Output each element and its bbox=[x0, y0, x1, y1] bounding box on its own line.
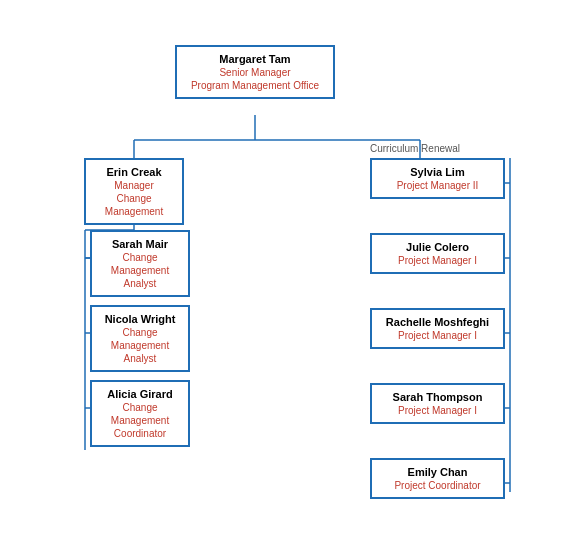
root-title2: Program Management Office bbox=[183, 79, 327, 92]
julie-title: Project Manager I bbox=[378, 254, 497, 267]
erin-creak-box: Erin Creak Manager Change Management bbox=[84, 158, 184, 225]
curriculum-label: Curriculum Renewal bbox=[370, 143, 460, 154]
root-box: Margaret Tam Senior Manager Program Mana… bbox=[175, 45, 335, 99]
emily-name: Emily Chan bbox=[378, 465, 497, 479]
erin-name: Erin Creak bbox=[92, 165, 176, 179]
alicia-girard-box: Alicia Girard Change Management Coordina… bbox=[90, 380, 190, 447]
sarah-mair-title2: Analyst bbox=[98, 277, 182, 290]
rachelle-box: Rachelle Moshfeghi Project Manager I bbox=[370, 308, 505, 349]
root-name: Margaret Tam bbox=[183, 52, 327, 66]
sarah-thompson-box: Sarah Thompson Project Manager I bbox=[370, 383, 505, 424]
sylvia-name: Sylvia Lim bbox=[378, 165, 497, 179]
nicola-wright-box: Nicola Wright Change Management Analyst bbox=[90, 305, 190, 372]
nicola-title1: Change Management bbox=[98, 326, 182, 352]
nicola-name: Nicola Wright bbox=[98, 312, 182, 326]
sylvia-lim-box: Sylvia Lim Project Manager II bbox=[370, 158, 505, 199]
sylvia-title: Project Manager II bbox=[378, 179, 497, 192]
alicia-title2: Coordinator bbox=[98, 427, 182, 440]
org-chart: Margaret Tam Senior Manager Program Mana… bbox=[0, 0, 585, 555]
sarah-thompson-name: Sarah Thompson bbox=[378, 390, 497, 404]
julie-colero-box: Julie Colero Project Manager I bbox=[370, 233, 505, 274]
erin-title2: Change Management bbox=[92, 192, 176, 218]
rachelle-title: Project Manager I bbox=[378, 329, 497, 342]
alicia-title1: Change Management bbox=[98, 401, 182, 427]
root-title1: Senior Manager bbox=[183, 66, 327, 79]
sarah-mair-title1: Change Management bbox=[98, 251, 182, 277]
nicola-title2: Analyst bbox=[98, 352, 182, 365]
emily-chan-box: Emily Chan Project Coordinator bbox=[370, 458, 505, 499]
sarah-mair-box: Sarah Mair Change Management Analyst bbox=[90, 230, 190, 297]
julie-name: Julie Colero bbox=[378, 240, 497, 254]
sarah-thompson-title: Project Manager I bbox=[378, 404, 497, 417]
sarah-mair-name: Sarah Mair bbox=[98, 237, 182, 251]
emily-title: Project Coordinator bbox=[378, 479, 497, 492]
rachelle-name: Rachelle Moshfeghi bbox=[378, 315, 497, 329]
erin-title1: Manager bbox=[92, 179, 176, 192]
alicia-name: Alicia Girard bbox=[98, 387, 182, 401]
